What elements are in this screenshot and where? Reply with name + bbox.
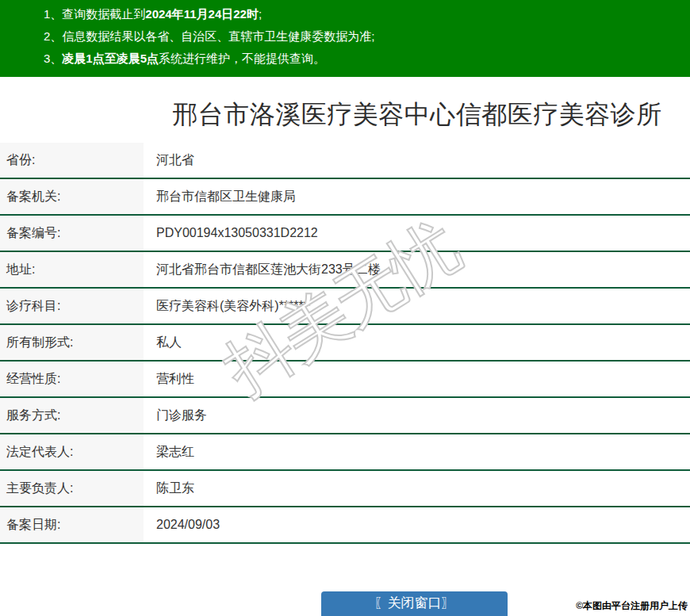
table-row-main-person-in-charge: 主要负责人: 陈卫东 — [0, 471, 690, 507]
row-value: 陈卫东 — [144, 471, 690, 506]
row-label: 所有制形式: — [0, 325, 144, 360]
table-row-business-nature: 经营性质: 营利性 — [0, 362, 690, 398]
notice-bold-text: 2024年11月24日22时 — [145, 7, 259, 21]
row-value: PDY00194x13050331D2212 — [144, 216, 690, 251]
row-value: 河北省 — [144, 143, 690, 178]
table-row-filing-authority: 备案机关: 邢台市信都区卫生健康局 — [0, 179, 690, 216]
notice-text: 2、信息数据结果以各省、自治区、直辖市卫生健康委数据为准; — [44, 29, 375, 43]
table-row-address: 地址: 河北省邢台市信都区莲池大街233号二楼 — [0, 252, 690, 289]
notice-line-2: 2、信息数据结果以各省、自治区、直辖市卫生健康委数据为准; — [44, 25, 682, 48]
table-row-service-mode: 服务方式: 门诊服务 — [0, 398, 690, 434]
notice-bold-text: 凌晨1点至凌晨5点 — [62, 52, 159, 65]
table-row-filing-date: 备案日期: 2024/09/03 — [0, 507, 690, 544]
row-label: 经营性质: — [0, 362, 144, 396]
notice-line-1: 1、查询数据截止到2024年11月24日22时; — [44, 3, 682, 25]
page-title: 邢台市洛溪医疗美容中心信都医疗美容诊所 — [144, 100, 690, 128]
notice-line-3: 3、凌晨1点至凌晨5点系统进行维护，不能提供查询。 — [44, 48, 682, 70]
row-label: 备案机关: — [0, 179, 144, 214]
row-label: 诊疗科目: — [0, 289, 144, 323]
table-row-ownership-form: 所有制形式: 私人 — [0, 325, 690, 362]
table-row-filing-number: 备案编号: PDY00194x13050331D2212 — [0, 216, 690, 252]
notice-text: 1、查询数据截止到 — [44, 7, 145, 21]
notice-banner: 1、查询数据截止到2024年11月24日22时; 2、信息数据结果以各省、自治区… — [0, 0, 690, 77]
image-credit: ©本图由平台注册用户上传 — [576, 599, 688, 613]
row-value: 私人 — [144, 325, 690, 360]
row-label: 服务方式: — [0, 398, 144, 433]
info-table: 省份: 河北省 备案机关: 邢台市信都区卫生健康局 备案编号: PDY00194… — [0, 143, 690, 544]
notice-text: 系统进行维护，不能提供查询。 — [159, 52, 325, 65]
row-label: 地址: — [0, 252, 144, 287]
table-row-medical-subjects: 诊疗科目: 医疗美容科(美容外科)****** — [0, 289, 690, 325]
notice-text: 3、 — [44, 52, 62, 65]
row-value: 医疗美容科(美容外科)****** — [144, 289, 690, 323]
table-row-province: 省份: 河北省 — [0, 143, 690, 179]
row-value: 营利性 — [144, 362, 690, 396]
row-value: 河北省邢台市信都区莲池大街233号二楼 — [144, 252, 690, 287]
row-label: 省份: — [0, 143, 144, 178]
row-value: 梁志红 — [144, 434, 690, 469]
row-value: 2024/09/03 — [144, 507, 690, 542]
row-label: 备案日期: — [0, 507, 144, 542]
close-window-button[interactable]: 〖关闭窗口〗 — [321, 591, 508, 616]
table-row-legal-representative: 法定代表人: 梁志红 — [0, 434, 690, 471]
notice-text: ; — [259, 7, 262, 21]
row-value: 门诊服务 — [144, 398, 690, 433]
row-label: 备案编号: — [0, 216, 144, 251]
row-value: 邢台市信都区卫生健康局 — [144, 179, 690, 214]
row-label: 法定代表人: — [0, 434, 144, 469]
row-label: 主要负责人: — [0, 471, 144, 506]
